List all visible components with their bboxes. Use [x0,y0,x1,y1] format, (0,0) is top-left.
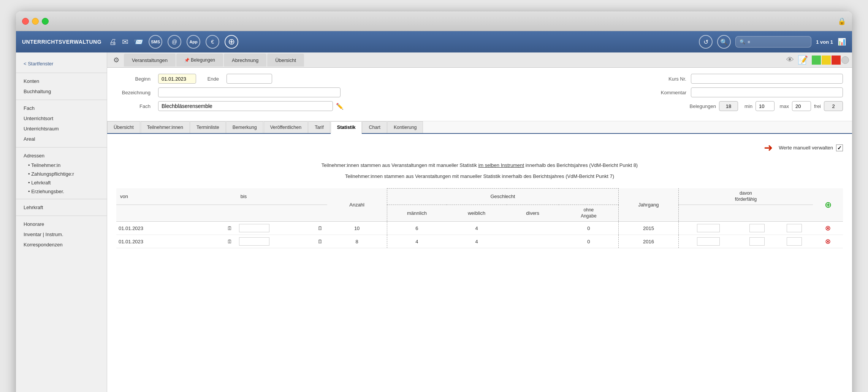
sub-tab-bemerkung[interactable]: Bemerkung [226,121,263,133]
color-gray[interactable] [841,56,849,64]
cal-icon-1a[interactable]: 🗓 [227,225,232,231]
fach-input[interactable] [158,101,333,111]
sidebar-item-korrespondenzen[interactable]: Korrespondenzen [16,240,107,250]
sub-tab-veroeffentlichen[interactable]: Veröffentlichen [264,121,308,133]
kurs-nr-input[interactable] [691,74,843,84]
sms-button[interactable]: SMS [149,35,162,49]
gear-button[interactable]: ⚙ [110,54,122,66]
row1-foerder2-input[interactable] [749,224,765,232]
sidebar-item-unterrichtsraum[interactable]: Unterrichtsraum [16,124,107,134]
bezeichnung-input[interactable] [158,87,341,97]
printer-icon[interactable]: 🖨 [109,38,117,46]
kommentar-input[interactable] [691,87,843,97]
sidebar-sub-lehrkraft-addr[interactable]: • Lehrkraft [16,178,107,187]
table-row: 01.01.2023 🗓 🗓 [116,222,843,235]
tab-uebersicht[interactable]: Übersicht [267,54,304,67]
row2-divers [507,235,559,248]
row2-foerder3-input[interactable] [787,237,802,246]
sub-tab-statistik[interactable]: Statistik [331,121,362,134]
sidebar-item-unterrichtsort[interactable]: Unterrichtsort [16,113,107,124]
row1-foerder1[interactable] [678,222,738,235]
row1-foerder3[interactable] [776,222,813,235]
search-box: 🔍 ≡ [735,36,811,48]
row1-delete-button[interactable]: ⊗ [825,224,831,232]
row1-foerder3-input[interactable] [787,224,802,232]
th-von: von [116,188,237,205]
row1-bis-cal[interactable]: 🗓 [311,222,327,235]
row1-delete[interactable]: ⊗ [813,222,843,235]
sidebar-item-lehrkraft[interactable]: Lehrkraft [16,202,107,213]
mail-open-icon[interactable]: ✉ [122,37,128,46]
table-header-row-2: männlich weiblich divers [116,205,843,222]
manual-checkbox[interactable]: ✓ [836,144,843,151]
sub-tab-uebersicht[interactable]: Übersicht [107,121,140,133]
tab-right-icons: 👁 📝 [786,55,849,65]
cal-icon-2a[interactable]: 🗓 [227,239,232,244]
sidebar-sub-zahlungspflichtige[interactable]: • Zahlungspflichtige:r [16,170,107,178]
add-row-button[interactable]: ⊕ [825,200,832,210]
refresh-button[interactable]: ↺ [699,35,713,49]
color-red[interactable] [832,56,841,65]
sub-tab-terminliste[interactable]: Terminliste [190,121,226,133]
cal-icon-1b[interactable]: 🗓 [318,225,323,231]
row2-von-cal[interactable]: 🗓 [221,235,236,248]
mail-icon[interactable]: 📨 [134,37,143,46]
sidebar-sub-erziehungsber[interactable]: • Erziehungsber. [16,187,107,196]
min-input[interactable] [756,101,775,111]
eye-icon[interactable]: 👁 [786,56,794,64]
sidebar-sub-teilnehmer[interactable]: • Teilnehmer:in [16,161,107,170]
at-button[interactable]: @ [168,35,181,49]
sidebar-item-fach[interactable]: Fach [16,103,107,113]
ende-input[interactable] [227,74,272,84]
tab-belegungen[interactable]: 📌 Belegungen [176,54,223,67]
zoom-button[interactable] [42,18,49,25]
sub-tab-kontierung[interactable]: Kontierung [387,121,423,133]
row2-foerder1[interactable] [678,235,738,248]
max-input[interactable] [792,101,811,111]
content-panel: ⚙ Veranstaltungen 📌 Belegungen Abrechnun… [107,52,852,392]
manual-checkbox-row: ➜ Werte manuell verwalten ✓ [116,141,843,154]
row2-delete-button[interactable]: ⊗ [825,237,831,246]
minimize-button[interactable] [32,18,39,25]
sidebar-item-areal[interactable]: Areal [16,134,107,144]
row2-foerder1-input[interactable] [697,237,720,246]
row2-foerder2-input[interactable] [749,237,765,246]
color-yellow[interactable] [822,56,831,65]
row1-foerder1-input[interactable] [697,224,720,232]
row1-bis-input[interactable] [239,224,269,232]
row2-foerder3[interactable] [776,235,813,248]
th-foerder-group: davon förderfähig [678,188,813,205]
row2-bis-cal[interactable]: 🗓 [311,235,327,248]
sub-tab-chart[interactable]: Chart [362,121,387,133]
window: 🔒 UNTERRICHTSVERWALTUNG 🖨 ✉ 📨 SMS @ App [16,11,852,392]
fach-edit-icon[interactable]: ✏️ [336,103,344,110]
row2-foerder2[interactable] [738,235,776,248]
cal-icon-2b[interactable]: 🗓 [318,239,323,244]
row1-von-cal[interactable]: 🗓 [221,222,236,235]
tab-veranstaltungen[interactable]: Veranstaltungen [124,54,176,67]
sub-tab-tarif[interactable]: Tarif [308,121,330,133]
app-button[interactable]: App [187,35,200,49]
tab-abrechnung[interactable]: Abrechnung [224,54,266,67]
sub-tab-teilnehmer[interactable]: Teilnehmer:innen [141,121,190,133]
note-icon[interactable]: 📝 [798,55,808,65]
close-button[interactable] [22,18,29,25]
info-line2: Teilnehmer:innen stammen aus Veranstaltu… [116,173,843,181]
search-button[interactable]: 🔍 [717,35,731,49]
statistik-content: ➜ Werte manuell verwalten ✓ Teilnehmer:i… [107,134,852,256]
add-button[interactable]: ⊕ [225,35,238,49]
sidebar-item-konten[interactable]: Konten [16,76,107,86]
beginn-input[interactable] [158,74,196,84]
color-green[interactable] [812,56,821,65]
sidebar-item-back[interactable]: < Startfenster [16,59,107,69]
sidebar-item-buchhaltung[interactable]: Buchhaltung [16,86,107,97]
row2-delete[interactable]: ⊗ [813,235,843,248]
sidebar-item-honorare[interactable]: Honorare [16,219,107,229]
sidebar-item-inventar[interactable]: Inventar | Instrum. [16,229,107,240]
row1-foerder2[interactable] [738,222,776,235]
sidebar-item-adressen[interactable]: Adressen [16,151,107,161]
euro-button[interactable]: € [206,35,219,49]
app-label: App [189,40,197,44]
topbar-right: ↺ 🔍 🔍 ≡ 1 von 1 📊 [699,35,846,49]
row2-bis-input[interactable] [239,237,269,246]
